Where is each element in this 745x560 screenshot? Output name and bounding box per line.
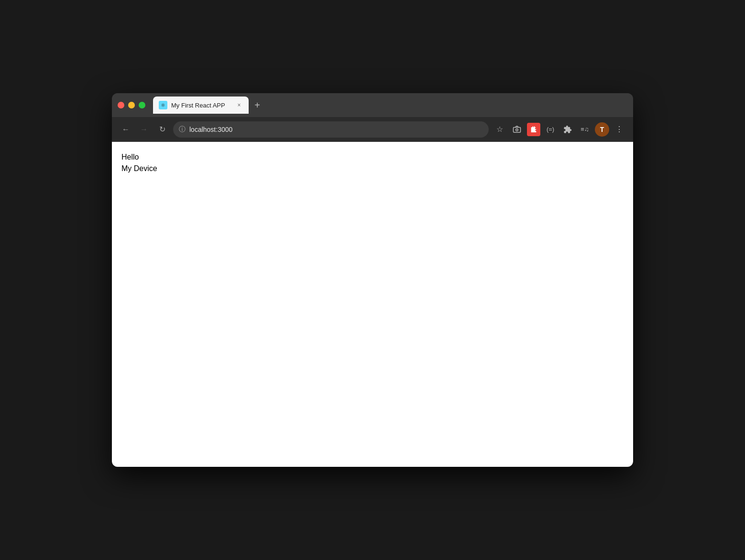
- new-tab-button[interactable]: +: [251, 98, 264, 112]
- address-text: localhost:3000: [189, 126, 483, 133]
- nav-actions: ☆ (=) ≡♫ T ⋮: [493, 122, 626, 137]
- screenshot-button[interactable]: [510, 122, 524, 137]
- my-device-text: My Device: [121, 163, 624, 174]
- traffic-lights: [118, 102, 145, 108]
- active-tab[interactable]: ⚛ My First React APP ×: [153, 97, 249, 114]
- back-button[interactable]: ←: [119, 122, 133, 137]
- nav-bar: ← → ↻ ⓘ localhost:3000 ☆ (=): [112, 117, 633, 142]
- forward-button[interactable]: →: [137, 122, 151, 137]
- page-content: Hello My Device: [112, 142, 633, 467]
- profile-button[interactable]: T: [595, 122, 609, 137]
- extensions-special-button[interactable]: [527, 123, 540, 136]
- address-bar[interactable]: ⓘ localhost:3000: [173, 121, 489, 138]
- curly-braces-button[interactable]: (=): [543, 122, 558, 137]
- browser-window: ⚛ My First React APP × + ← → ↻ ⓘ localho…: [112, 93, 633, 467]
- hello-text: Hello: [121, 151, 624, 163]
- close-traffic-light[interactable]: [118, 102, 124, 108]
- menu-button[interactable]: ⋮: [612, 122, 626, 137]
- tab-favicon-icon: ⚛: [159, 101, 167, 109]
- minimize-traffic-light[interactable]: [128, 102, 135, 108]
- bookmark-button[interactable]: ☆: [493, 122, 507, 137]
- tab-title: My First React APP: [171, 102, 231, 109]
- reload-button[interactable]: ↻: [155, 122, 169, 137]
- puzzle-button[interactable]: [560, 122, 575, 137]
- tab-bar: ⚛ My First React APP × +: [153, 97, 627, 114]
- svg-rect-0: [514, 127, 521, 132]
- playlist-button[interactable]: ≡♫: [578, 122, 592, 137]
- title-bar: ⚛ My First React APP × +: [112, 93, 633, 117]
- maximize-traffic-light[interactable]: [139, 102, 145, 108]
- info-icon: ⓘ: [179, 125, 186, 134]
- svg-point-1: [516, 129, 518, 131]
- tab-close-button[interactable]: ×: [235, 101, 243, 109]
